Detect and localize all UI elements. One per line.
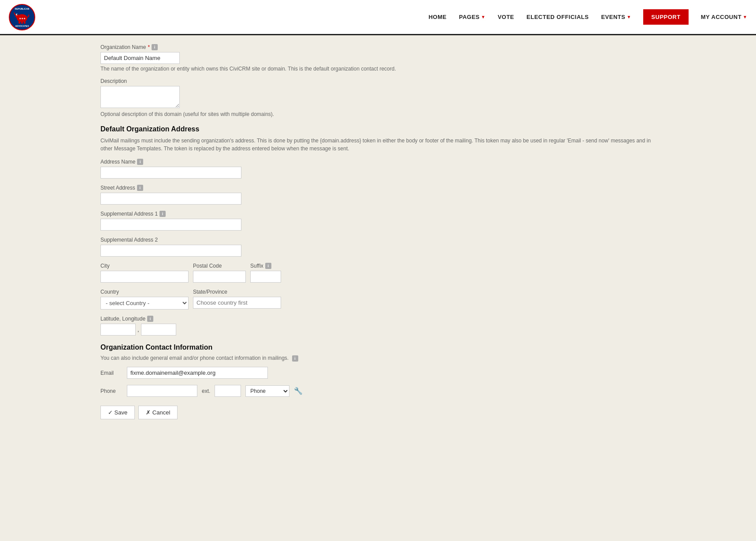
org-name-input[interactable] xyxy=(100,52,180,64)
state-label: State/Province xyxy=(193,289,281,295)
street-address-info-icon[interactable]: i xyxy=(137,185,143,191)
wrench-icon[interactable]: 🔧 xyxy=(294,387,303,395)
street-address-label: Street Address i xyxy=(100,185,656,191)
supplemental-address1-info-icon[interactable]: i xyxy=(159,211,166,217)
pages-chevron-icon: ▼ xyxy=(481,15,485,19)
postal-input[interactable] xyxy=(193,271,246,283)
org-contact-info-icon[interactable]: i xyxy=(292,355,298,362)
supplemental-address2-input[interactable] xyxy=(100,245,241,257)
city-field: City xyxy=(100,263,189,283)
latitude-input[interactable] xyxy=(100,324,136,336)
country-label: Country xyxy=(100,289,189,295)
email-group: Email xyxy=(100,367,656,379)
postal-field: Postal Code xyxy=(193,263,246,283)
supplemental-address2-group: Supplemental Address 2 xyxy=(100,237,656,257)
nav-my-account[interactable]: MY ACCOUNT ▼ xyxy=(701,14,747,20)
org-name-group: Organization Name * i The name of the or… xyxy=(100,44,656,72)
lat-lng-info-icon[interactable]: i xyxy=(147,316,153,322)
events-chevron-icon: ▼ xyxy=(626,15,631,19)
suffix-input[interactable] xyxy=(250,271,281,283)
supplemental-address1-label: Supplemental Address 1 i xyxy=(100,211,656,217)
email-label: Email xyxy=(100,370,122,376)
supplemental-address2-label: Supplemental Address 2 xyxy=(100,237,656,243)
lat-lng-label: Latitude, Longitude i xyxy=(100,316,656,322)
svg-text:★★★: ★★★ xyxy=(19,17,26,20)
svg-text:REPUBLICAN: REPUBLICAN xyxy=(15,7,30,10)
street-address-group: Street Address i xyxy=(100,185,656,205)
street-address-input[interactable] xyxy=(100,193,241,205)
description-label: Description xyxy=(100,78,656,84)
my-account-chevron-icon: ▼ xyxy=(743,15,747,19)
state-field: State/Province xyxy=(193,289,281,309)
site-logo[interactable]: REPUBLICAN ADVOCATES ★★★ xyxy=(9,4,35,30)
state-input[interactable] xyxy=(193,297,281,309)
lat-lng-group: Latitude, Longitude i , xyxy=(100,316,656,336)
nav-links: HOME PAGES ▼ VOTE ELECTED OFFICIALS EVEN… xyxy=(429,9,747,25)
org-name-label: Organization Name * i xyxy=(100,44,656,50)
ext-input[interactable] xyxy=(215,385,241,397)
supplemental-address1-input[interactable] xyxy=(100,219,241,231)
suffix-info-icon[interactable]: i xyxy=(265,263,271,269)
longitude-input[interactable] xyxy=(141,324,176,336)
nav-events[interactable]: EVENTS ▼ xyxy=(601,14,631,20)
default-address-heading: Default Organization Address xyxy=(100,125,656,133)
nav-pages[interactable]: PAGES ▼ xyxy=(459,14,485,20)
phone-label: Phone xyxy=(100,388,122,394)
org-name-info-icon[interactable]: i xyxy=(152,44,158,50)
cancel-button[interactable]: ✗ Cancel xyxy=(138,406,178,419)
nav-elected-officials[interactable]: ELECTED OFFICIALS xyxy=(526,14,589,20)
comma-separator: , xyxy=(137,326,139,333)
description-group: Description Optional description of this… xyxy=(100,78,656,117)
svg-point-7 xyxy=(17,14,18,15)
description-desc: Optional description of this domain (use… xyxy=(100,111,656,117)
form-buttons: ✓ Save ✗ Cancel xyxy=(100,406,656,419)
nav-home[interactable]: HOME xyxy=(429,14,447,20)
svg-rect-9 xyxy=(21,21,23,24)
country-field: Country - select Country - xyxy=(100,289,189,310)
country-state-group: Country - select Country - State/Provinc… xyxy=(100,289,656,310)
nav-support-button[interactable]: SUPPORT xyxy=(643,9,688,25)
address-name-label: Address Name i xyxy=(100,159,656,165)
nav-vote[interactable]: VOTE xyxy=(498,14,514,20)
suffix-field: Suffix i xyxy=(250,263,281,283)
phone-type-select[interactable]: Phone Mobile Fax Pager Voicemail xyxy=(245,385,289,397)
required-star: * xyxy=(148,44,150,50)
phone-group: Phone ext. Phone Mobile Fax Pager Voicem… xyxy=(100,385,656,397)
suffix-label: Suffix i xyxy=(250,263,281,269)
org-contact-heading: Organization Contact Information xyxy=(100,343,656,351)
address-name-group: Address Name i xyxy=(100,159,656,179)
country-select[interactable]: - select Country - xyxy=(100,297,189,310)
supplemental-address1-group: Supplemental Address 1 i xyxy=(100,211,656,231)
address-info-text: CiviMail mailings must include the sendi… xyxy=(100,137,651,153)
svg-rect-10 xyxy=(24,21,26,24)
navbar: REPUBLICAN ADVOCATES ★★★ HOME PAGES ▼ VO… xyxy=(0,0,756,35)
city-postal-group: City Postal Code Suffix i xyxy=(100,263,656,283)
postal-label: Postal Code xyxy=(193,263,246,269)
org-contact-desc: You can also include general email and/o… xyxy=(100,355,656,362)
main-content: Organization Name * i The name of the or… xyxy=(92,35,664,428)
city-input[interactable] xyxy=(100,271,189,283)
phone-input[interactable] xyxy=(127,385,197,397)
address-name-input[interactable] xyxy=(100,167,241,179)
svg-text:ADVOCATES: ADVOCATES xyxy=(15,25,29,27)
city-label: City xyxy=(100,263,189,269)
address-name-info-icon[interactable]: i xyxy=(137,159,143,165)
svg-rect-8 xyxy=(19,21,20,24)
save-button[interactable]: ✓ Save xyxy=(100,406,135,419)
email-input[interactable] xyxy=(127,367,268,379)
ext-label: ext. xyxy=(202,388,210,394)
description-textarea[interactable] xyxy=(100,86,180,108)
org-name-description: The name of the organization or entity w… xyxy=(100,66,656,72)
